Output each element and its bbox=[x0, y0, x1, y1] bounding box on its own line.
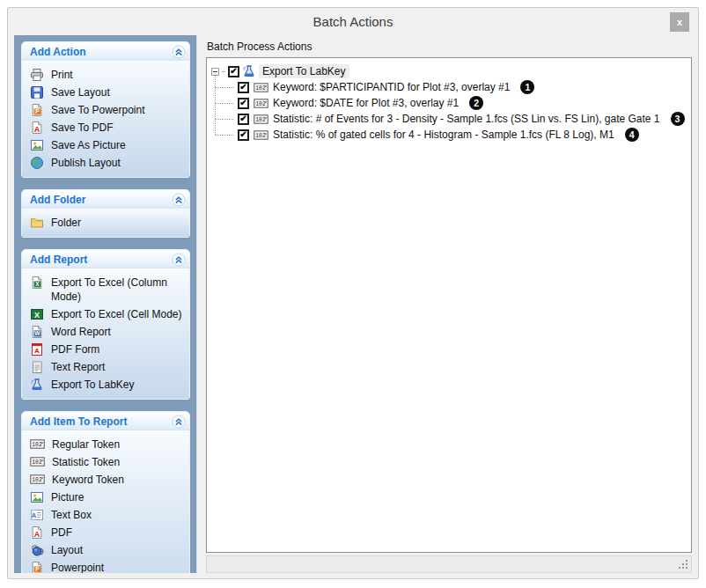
labkey-flask-icon bbox=[242, 64, 256, 78]
sidebar-item-statistic-token[interactable]: 102Statistic Token bbox=[30, 453, 184, 471]
sidebar-item-label: Word Report bbox=[51, 325, 111, 339]
group-header-add-item-to-report[interactable]: Add Item To Report bbox=[22, 412, 189, 430]
tree-root-row[interactable]: ✔Export To LabKey bbox=[210, 63, 688, 79]
sidebar-item-label: Text Box bbox=[51, 508, 92, 522]
tree-item-row[interactable]: ✔102Keyword: $PARTICIPANTID for Plot #3,… bbox=[210, 79, 688, 95]
chevron-double-up-icon[interactable] bbox=[172, 415, 186, 429]
sidebar-item-powerpoint[interactable]: PPowerpoint bbox=[30, 559, 184, 573]
group-header-add-folder[interactable]: Add Folder bbox=[22, 190, 189, 209]
labkey-flask-icon bbox=[30, 378, 44, 392]
tree-item-label[interactable]: Keyword: $DATE for Plot #3, overlay #1 bbox=[273, 97, 459, 109]
collapse-expander-icon[interactable] bbox=[211, 68, 219, 76]
excel-icon: X bbox=[30, 307, 44, 321]
tree-item-row[interactable]: ✔102Statistic: # of Events for 3 - Densi… bbox=[210, 111, 688, 127]
step-number-badge: 1 bbox=[520, 80, 534, 94]
group-title: Add Report bbox=[30, 254, 87, 266]
ppt-doc-icon: P bbox=[30, 103, 44, 117]
sidebar-item-save-layout[interactable]: Save Layout bbox=[30, 84, 184, 101]
batch-actions-tree: ✔Export To LabKey✔102Keyword: $PARTICIPA… bbox=[206, 57, 692, 553]
sidebar: Add ActionPrintSave LayoutPSave To Power… bbox=[14, 35, 196, 573]
dialog-content: Add ActionPrintSave LayoutPSave To Power… bbox=[14, 35, 692, 573]
sidebar-item-label: Text Report bbox=[51, 360, 105, 374]
group-header-add-action[interactable]: Add Action bbox=[22, 42, 189, 61]
token-icon: 102 bbox=[254, 130, 268, 140]
chevron-double-up-icon[interactable] bbox=[172, 193, 186, 207]
checkbox[interactable]: ✔ bbox=[238, 114, 249, 125]
window-title: Batch Actions bbox=[8, 8, 698, 36]
sidebar-item-regular-token[interactable]: 102Regular Token bbox=[30, 436, 184, 453]
chevron-double-up-icon[interactable] bbox=[172, 45, 186, 59]
chevron-double-up-icon[interactable] bbox=[172, 253, 186, 267]
sidebar-item-export-to-excel-cell-mode-[interactable]: XExport To Excel (Cell Mode) bbox=[30, 305, 184, 323]
token-icon: 102 bbox=[30, 439, 45, 449]
panel-label: Batch Process Actions bbox=[207, 40, 692, 53]
sidebar-item-pdf-form[interactable]: APDF Form bbox=[30, 341, 184, 358]
group-title: Add Folder bbox=[30, 194, 85, 206]
svg-text:102: 102 bbox=[255, 85, 266, 92]
sidebar-item-label: Save Layout bbox=[51, 85, 110, 99]
tree-children: ✔102Keyword: $PARTICIPANTID for Plot #3,… bbox=[210, 79, 688, 143]
sidebar-item-export-to-excel-column-mode-[interactable]: XExport To Excel (Column Mode) bbox=[30, 274, 184, 305]
main-pane: Batch Process Actions ✔Export To LabKey✔… bbox=[196, 35, 692, 573]
sidebar-item-print[interactable]: Print bbox=[30, 66, 184, 84]
checkbox[interactable]: ✔ bbox=[238, 129, 249, 141]
tree-item-row[interactable]: ✔102Statistic: % of gated cells for 4 - … bbox=[210, 127, 688, 143]
sidebar-item-layout[interactable]: Layout bbox=[30, 541, 184, 559]
title-bar: Batch Actions x bbox=[8, 8, 698, 35]
tree-item-row[interactable]: ✔102Keyword: $DATE for Plot #3, overlay … bbox=[210, 95, 688, 111]
step-number-badge: 3 bbox=[671, 112, 685, 126]
sidebar-group-add-action: Add ActionPrintSave LayoutPSave To Power… bbox=[21, 41, 190, 178]
svg-text:102: 102 bbox=[255, 117, 266, 123]
group-title: Add Item To Report bbox=[30, 415, 127, 428]
sidebar-item-label: Statistic Token bbox=[52, 455, 120, 469]
sidebar-item-word-report[interactable]: WWord Report bbox=[30, 323, 184, 341]
svg-text:102: 102 bbox=[255, 133, 266, 139]
pdf-doc-icon: A bbox=[30, 121, 44, 135]
sidebar-item-text-report[interactable]: Text Report bbox=[30, 358, 184, 376]
sidebar-item-label: Picture bbox=[51, 490, 84, 504]
textbox-icon: A bbox=[30, 508, 44, 522]
sidebar-item-label: Print bbox=[51, 68, 73, 82]
tree-item-label[interactable]: Statistic: % of gated cells for 4 - Hist… bbox=[273, 129, 614, 141]
sidebar-group-add-report: Add ReportXExport To Excel (Column Mode)… bbox=[21, 249, 190, 400]
sidebar-item-publish-layout[interactable]: Publish Layout bbox=[30, 154, 184, 172]
sidebar-item-text-box[interactable]: AText Box bbox=[30, 506, 184, 524]
sidebar-item-label: PDF Form bbox=[51, 342, 99, 356]
tree-item-label[interactable]: Statistic: # of Events for 3 - Density -… bbox=[273, 113, 660, 125]
checkbox[interactable]: ✔ bbox=[228, 66, 239, 77]
sidebar-group-add-item-to-report: Add Item To Report102Regular Token102Sta… bbox=[21, 411, 190, 573]
step-number-badge: 4 bbox=[625, 128, 639, 142]
sidebar-item-label: Layout bbox=[51, 543, 83, 557]
sidebar-item-label: Powerpoint bbox=[51, 561, 104, 573]
svg-text:P: P bbox=[35, 108, 40, 114]
token-icon: 102 bbox=[254, 99, 268, 108]
sidebar-item-picture[interactable]: Picture bbox=[30, 489, 184, 506]
sidebar-item-label: Save As Picture bbox=[51, 138, 126, 152]
sidebar-item-export-to-labkey[interactable]: Export To LabKey bbox=[30, 376, 184, 393]
sidebar-item-save-to-pdf[interactable]: ASave To PDF bbox=[30, 119, 184, 136]
sidebar-item-save-to-powerpoint[interactable]: PSave To Powerpoint bbox=[30, 101, 184, 119]
tree-root-label[interactable]: Export To LabKey bbox=[259, 64, 349, 78]
sidebar-item-save-as-picture[interactable]: Save As Picture bbox=[30, 136, 184, 154]
sidebar-item-keyword-token[interactable]: 102Keyword Token bbox=[30, 471, 184, 489]
checkbox[interactable]: ✔ bbox=[238, 98, 249, 109]
sidebar-item-pdf[interactable]: APDF bbox=[30, 524, 184, 541]
sidebar-item-label: Export To Excel (Cell Mode) bbox=[51, 307, 182, 321]
close-button[interactable]: x bbox=[670, 12, 689, 32]
checkbox[interactable]: ✔ bbox=[238, 82, 249, 93]
sidebar-item-label: Save To PDF bbox=[51, 121, 113, 135]
group-body-add-report: XExport To Excel (Column Mode)XExport To… bbox=[22, 268, 189, 399]
group-body-add-action: PrintSave LayoutPSave To PowerpointASave… bbox=[22, 61, 189, 177]
tree-item-label[interactable]: Keyword: $PARTICIPANTID for Plot #3, ove… bbox=[273, 81, 510, 93]
svg-text:A: A bbox=[34, 347, 40, 355]
group-header-add-report[interactable]: Add Report bbox=[22, 250, 189, 268]
picture-icon bbox=[30, 138, 44, 152]
sidebar-item-folder[interactable]: Folder bbox=[30, 214, 184, 232]
svg-text:A: A bbox=[34, 125, 40, 134]
sidebar-item-label: Keyword Token bbox=[52, 473, 124, 487]
group-title: Add Action bbox=[30, 46, 86, 58]
batch-actions-dialog: Batch Actions x Add ActionPrintSave Layo… bbox=[7, 7, 699, 579]
sidebar-item-label: PDF bbox=[51, 526, 72, 540]
resize-grip-icon[interactable] bbox=[678, 559, 688, 570]
globe-icon bbox=[30, 156, 44, 170]
